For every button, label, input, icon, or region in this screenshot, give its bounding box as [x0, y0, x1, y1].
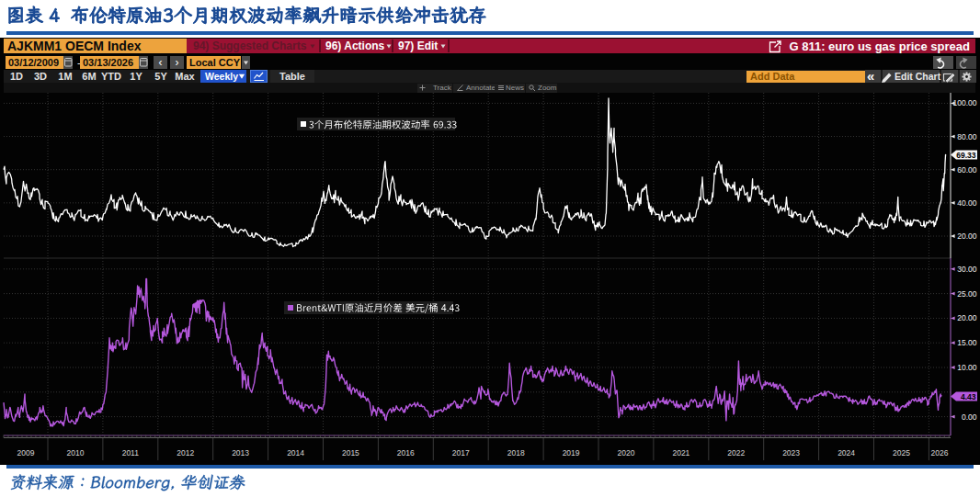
svg-text:10.00: 10.00 — [957, 363, 977, 372]
svg-text:2026: 2026 — [931, 448, 949, 457]
svg-text:2021: 2021 — [672, 448, 689, 457]
svg-text:100.00: 100.00 — [953, 98, 977, 107]
svg-text:60.00: 60.00 — [957, 165, 977, 175]
svg-text:2017: 2017 — [452, 448, 470, 457]
svg-text:2019: 2019 — [563, 448, 580, 457]
svg-text:80.00: 80.00 — [957, 132, 977, 141]
svg-text:2018: 2018 — [507, 448, 525, 457]
svg-text:15.00: 15.00 — [957, 338, 977, 347]
svg-text:2009: 2009 — [17, 448, 35, 457]
svg-text:2023: 2023 — [782, 448, 800, 457]
svg-text:20.00: 20.00 — [957, 232, 977, 241]
svg-text:30.00: 30.00 — [957, 265, 977, 274]
svg-text:20.00: 20.00 — [957, 313, 977, 322]
svg-text:2010: 2010 — [67, 448, 85, 457]
svg-text:2013: 2013 — [232, 448, 249, 457]
svg-text:2024: 2024 — [838, 448, 855, 457]
svg-text:2025: 2025 — [893, 448, 910, 457]
svg-text:2016: 2016 — [397, 448, 415, 457]
svg-text:4.43: 4.43 — [961, 392, 976, 401]
svg-text:69.33: 69.33 — [956, 151, 976, 160]
svg-text:40.00: 40.00 — [957, 198, 977, 208]
svg-text:2020: 2020 — [618, 448, 635, 457]
svg-text:25.00: 25.00 — [957, 289, 977, 299]
svg-text:2022: 2022 — [727, 448, 745, 457]
svg-text:2011: 2011 — [122, 448, 140, 457]
svg-text:0.00: 0.00 — [962, 412, 977, 422]
svg-text:2012: 2012 — [177, 448, 194, 457]
svg-text:2014: 2014 — [287, 448, 304, 457]
svg-text:2015: 2015 — [342, 448, 359, 457]
